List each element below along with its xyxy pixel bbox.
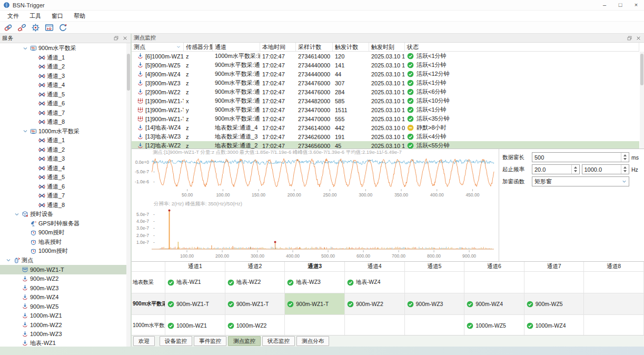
table-row-[1]900m-WZ1-T-y[interactable]: [1]900m-WZ1-Ty900m水平数采:通道_217:02:4727344… xyxy=(132,105,639,114)
grid-cell-900m-WZ1-T[interactable]: 900m-WZ1-T xyxy=(165,293,225,315)
tab-欢迎[interactable]: 欢迎 xyxy=(133,336,155,346)
grid-row-label-地表数采[interactable]: 地表数采 xyxy=(132,272,165,293)
refresh-icon[interactable] xyxy=(58,23,67,32)
spinner-buttons[interactable] xyxy=(621,153,629,162)
column-header-测点[interactable]: 测点 xyxy=(132,43,184,51)
grid-col-header-通道5[interactable]: 通道5 xyxy=(405,262,465,272)
expander-icon[interactable] xyxy=(22,128,28,134)
table-row-[2]900m-WZ2-z[interactable]: [2]900m-WZ2z900m水平数采:通道_417:02:472734476… xyxy=(132,87,639,96)
grid-cell-900m-WZ5[interactable]: 900m-WZ5 xyxy=(524,293,584,315)
menu-item-3[interactable]: 帮助 xyxy=(68,11,91,21)
table-row-[14]地表-WZ4-z[interactable]: [14]地表-WZ4z地表数采:通道_417:02:47273461400044… xyxy=(132,123,639,132)
grid-cell-900m-WZ3[interactable]: 900m-WZ3 xyxy=(405,293,465,315)
table-row-[12]地表-WZ2-z[interactable]: [12]地表-WZ2z地表数采:通道_217:02:47273465600045… xyxy=(132,141,639,149)
grid-cell-地表-WZ1[interactable]: 地表-WZ1 xyxy=(165,272,225,293)
column-header-触发计数[interactable]: 触发计数 xyxy=(333,43,369,51)
tree-item-通道_3[interactable]: 通道_3 xyxy=(0,72,131,81)
tree-item-1000m-WZ1[interactable]: 1000m-WZ1 xyxy=(0,311,131,321)
grid-col-header-通道4[interactable]: 通道4 xyxy=(345,262,405,272)
grid-row-label-900m水平数采[interactable]: 900m水平数采 xyxy=(132,293,165,315)
grid-cell-地表-WZ3[interactable]: 地表-WZ3 xyxy=(285,272,345,293)
waveform-chart[interactable]: 0.0e+0--5.0e-7--1.0e-6-50.00100.00150.00… xyxy=(132,155,499,201)
grid-col-header-通道3[interactable]: 通道3 xyxy=(285,262,345,272)
float-panel-icon[interactable] xyxy=(626,35,633,41)
column-header-本地时间[interactable]: 本地时间 xyxy=(260,43,296,51)
grid-cell-1000m-WZ5[interactable]: 1000m-WZ5 xyxy=(464,315,524,336)
grid-cell-1000m-WZ2[interactable]: 1000m-WZ2 xyxy=(225,315,285,336)
tree-item-通道_2[interactable]: 通道_2 xyxy=(0,62,131,72)
grid-col-header-通道2[interactable]: 通道2 xyxy=(225,262,285,272)
grid-cell-地表-WZ4[interactable]: 地表-WZ4 xyxy=(345,272,405,293)
tree-item-900m-WZ2[interactable]: 900m-WZ2 xyxy=(0,274,131,284)
tree-item-通道_7[interactable]: 通道_7 xyxy=(0,109,131,118)
sort-chevron-icon[interactable] xyxy=(176,44,181,50)
tree-item-通道_4[interactable]: 通道_4 xyxy=(0,81,131,90)
close-panel-icon[interactable] xyxy=(635,35,642,41)
window-fn-select[interactable]: 矩形窗 xyxy=(532,176,629,186)
tree-item-通道_8[interactable]: 通道_8 xyxy=(0,117,131,127)
expander-icon[interactable] xyxy=(14,211,20,218)
grid-col-header-通道6[interactable]: 通道6 xyxy=(464,262,524,272)
grid-col-header-通道7[interactable]: 通道7 xyxy=(524,262,584,272)
tab-测点分布[interactable]: 测点分布 xyxy=(296,336,329,346)
column-header-传感器分量[interactable]: 传感器分量 xyxy=(184,43,213,51)
tree-item-通道_8[interactable]: 通道_8 xyxy=(0,201,131,210)
tree-item-通道_4[interactable]: 通道_4 xyxy=(0,164,131,173)
tree-item-900m-WZ1-T[interactable]: 900m-WZ1-T xyxy=(0,265,131,274)
expander-icon[interactable] xyxy=(22,45,28,52)
grid-cell-900m-WZ1-T[interactable]: 900m-WZ1-T xyxy=(285,293,345,315)
grid-row-label-1000m水平数采[interactable]: 1000m水平数采 xyxy=(132,315,165,336)
grid-cell-900m-WZ1-T[interactable]: 900m-WZ1-T xyxy=(225,293,285,315)
tree-item-通道_7[interactable]: 通道_7 xyxy=(0,191,131,201)
spinner-buttons[interactable] xyxy=(621,165,629,174)
table-row-[3]900m-WZ3-z[interactable]: [3]900m-WZ3z900m水平数采:通道_517:02:472734476… xyxy=(132,78,639,87)
freq-from-input[interactable]: 20.0 xyxy=(532,164,580,174)
table-row-[1]900m-WZ1-T-z[interactable]: [1]900m-WZ1-Tz900m水平数采:通道_317:02:4727344… xyxy=(132,114,639,123)
grid-col-header-通道1[interactable]: 通道1 xyxy=(165,262,225,272)
tree-item-通道_5[interactable]: 通道_5 xyxy=(0,90,131,100)
grid-col-header-通道8[interactable]: 通道8 xyxy=(584,262,644,272)
close-button[interactable]: × xyxy=(628,0,644,10)
table-row-[1]900m-WZ1-T-x[interactable]: [1]900m-WZ1-Tx900m水平数采:通道_117:02:4727344… xyxy=(132,96,639,105)
tree-item-1000m-WZ2[interactable]: 1000m-WZ2 xyxy=(0,320,131,330)
table-row-[4]900m-WZ4-z[interactable]: [4]900m-WZ4z900m水平数采:通道_617:02:472734440… xyxy=(132,70,639,78)
column-header-通道[interactable]: 通道 xyxy=(213,43,260,51)
tree-item-1000m水平数采[interactable]: 1000m水平数采 xyxy=(0,127,131,136)
console-icon[interactable] xyxy=(45,23,54,32)
tree-item-通道_1[interactable]: 通道_1 xyxy=(0,136,131,145)
tree-item-900m-WZ3[interactable]: 900m-WZ3 xyxy=(0,283,131,293)
window-length-input[interactable]: 500 xyxy=(532,152,629,162)
tree-item-地表-WZ1[interactable]: 地表-WZ1 xyxy=(0,339,131,347)
menu-item-1[interactable]: 工具 xyxy=(24,11,46,21)
column-header-采样计数[interactable]: 采样计数 xyxy=(296,43,333,51)
tree-item-GPS时钟服务器[interactable]: GPS时钟服务器 xyxy=(0,219,131,229)
table-row-[6]1000m-WZ1-z[interactable]: [6]1000m-WZ1z1000m水平数采:通道_117:02:4727346… xyxy=(132,52,639,61)
expander-icon[interactable] xyxy=(5,257,12,263)
disconnect-icon[interactable] xyxy=(17,23,26,32)
grid-cell-900m-WZ2[interactable]: 900m-WZ2 xyxy=(345,293,405,315)
float-panel-icon[interactable] xyxy=(113,35,120,41)
tree-item-测点[interactable]: 测点 xyxy=(0,256,131,265)
tab-状态监控[interactable]: 状态监控 xyxy=(262,336,295,346)
tab-测点监控[interactable]: 测点监控 xyxy=(228,336,261,346)
tree-item-通道_2[interactable]: 通道_2 xyxy=(0,145,131,155)
column-header-状态[interactable]: 状态 xyxy=(405,43,639,51)
tree-item-通道_6[interactable]: 通道_6 xyxy=(0,99,131,109)
tree-scrollbar[interactable] xyxy=(126,43,131,347)
tree-item-通道_5[interactable]: 通道_5 xyxy=(0,173,131,182)
tree-item-通道_6[interactable]: 通道_6 xyxy=(0,182,131,192)
spinner-buttons[interactable] xyxy=(571,165,579,174)
settings-icon[interactable] xyxy=(31,23,40,32)
tree-item-900m授时[interactable]: 900m授时 xyxy=(0,228,131,238)
tree-item-900m-WZ4[interactable]: 900m-WZ4 xyxy=(0,293,131,302)
grid-cell-1000m-WZ4[interactable]: 1000m-WZ4 xyxy=(524,315,584,336)
table-scrollbar[interactable] xyxy=(640,52,644,149)
minimize-button[interactable]: – xyxy=(597,0,612,10)
tree-item-1000m授时[interactable]: 1000m授时 xyxy=(0,246,131,256)
tree-item-900m水平数采[interactable]: 900m水平数采 xyxy=(0,44,131,53)
close-panel-icon[interactable] xyxy=(122,35,128,41)
tree-item-通道_1[interactable]: 通道_1 xyxy=(0,53,131,63)
grid-cell-1000m-WZ1[interactable]: 1000m-WZ1 xyxy=(165,315,225,336)
menu-item-0[interactable]: 文件 xyxy=(2,11,24,21)
tab-事件监控[interactable]: 事件监控 xyxy=(194,336,226,346)
